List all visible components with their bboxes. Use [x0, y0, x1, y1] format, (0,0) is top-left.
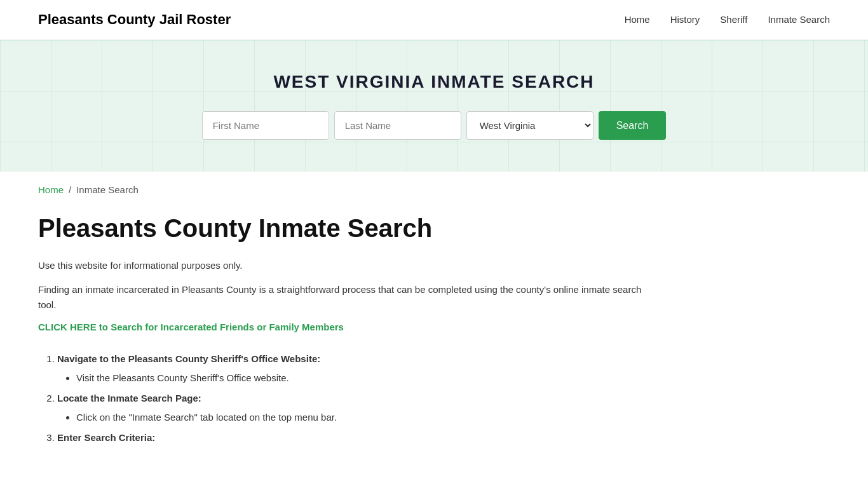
- breadcrumb: Home / Inmate Search: [38, 184, 830, 195]
- hero-banner: WEST VIRGINIA INMATE SEARCH West Virgini…: [0, 40, 868, 172]
- step-2-label: Locate the Inmate Search Page:: [57, 393, 201, 403]
- instructions-list: Navigate to the Pleasants County Sheriff…: [38, 351, 661, 445]
- main-nav: Home History Sheriff Inmate Search: [625, 14, 830, 25]
- step-1-subitems: Visit the Pleasants County Sheriff's Off…: [57, 370, 661, 386]
- intro-paragraph-1: Use this website for informational purpo…: [38, 258, 661, 273]
- nav-list: Home History Sheriff Inmate Search: [625, 14, 830, 25]
- breadcrumb-section: Home / Inmate Search: [0, 172, 868, 201]
- nav-item-inmate-search[interactable]: Inmate Search: [768, 14, 830, 25]
- nav-item-sheriff[interactable]: Sheriff: [720, 14, 747, 25]
- main-content: Pleasants County Inmate Search Use this …: [0, 201, 699, 488]
- nav-link-home[interactable]: Home: [625, 14, 650, 25]
- last-name-input[interactable]: [334, 111, 461, 140]
- search-button[interactable]: Search: [599, 111, 667, 140]
- instruction-step-1: Navigate to the Pleasants County Sheriff…: [57, 351, 661, 386]
- nav-link-inmate-search[interactable]: Inmate Search: [768, 14, 830, 25]
- site-header: Pleasants County Jail Roster Home Histor…: [0, 0, 868, 40]
- instruction-step-2: Locate the Inmate Search Page: Click on …: [57, 391, 661, 425]
- hero-content: WEST VIRGINIA INMATE SEARCH West Virgini…: [13, 72, 855, 140]
- page-title: Pleasants County Inmate Search: [38, 214, 661, 243]
- breadcrumb-current: Inmate Search: [76, 184, 139, 195]
- nav-item-history[interactable]: History: [670, 14, 700, 25]
- step-2-sub-1: Click on the "Inmate Search" tab located…: [76, 410, 661, 425]
- site-logo[interactable]: Pleasants County Jail Roster: [38, 11, 231, 28]
- step-1-sub-1: Visit the Pleasants County Sheriff's Off…: [76, 370, 661, 386]
- state-select[interactable]: West VirginiaAlabamaAlaskaArizonaArkansa…: [466, 111, 593, 140]
- breadcrumb-separator: /: [69, 184, 71, 195]
- step-1-label: Navigate to the Pleasants County Sheriff…: [57, 353, 320, 364]
- instruction-step-3: Enter Search Criteria:: [57, 430, 661, 445]
- first-name-input[interactable]: [202, 111, 329, 140]
- step-2-subitems: Click on the "Inmate Search" tab located…: [57, 410, 661, 425]
- hero-title: WEST VIRGINIA INMATE SEARCH: [13, 72, 855, 92]
- breadcrumb-home[interactable]: Home: [38, 184, 64, 195]
- inmate-search-form: West VirginiaAlabamaAlaskaArizonaArkansa…: [13, 111, 855, 140]
- nav-link-sheriff[interactable]: Sheriff: [720, 14, 747, 25]
- nav-item-home[interactable]: Home: [625, 14, 650, 25]
- click-here-link[interactable]: CLICK HERE to Search for Incarcerated Fr…: [38, 322, 344, 332]
- intro-paragraph-2: Finding an inmate incarcerated in Pleasa…: [38, 282, 661, 313]
- step-3-label: Enter Search Criteria:: [57, 432, 155, 443]
- nav-link-history[interactable]: History: [670, 14, 700, 25]
